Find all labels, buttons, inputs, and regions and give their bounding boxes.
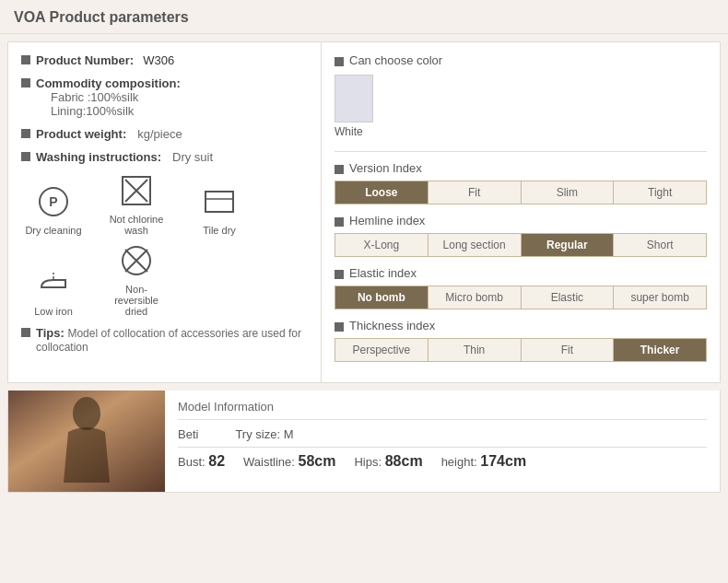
not-chlorine-label: Not chlorine wash	[104, 214, 169, 236]
bullet-icon	[335, 270, 344, 279]
color-name: White	[335, 125, 373, 138]
bullet-icon	[335, 217, 344, 227]
product-number-value: W306	[143, 53, 174, 67]
washing-value: Dry suit	[172, 150, 213, 164]
right-panel: Can choose color White Version Index Loo…	[322, 42, 720, 382]
elastic-btn-group: No bomb Micro bomb Elastic super bomb	[335, 286, 707, 309]
tile-dry-icon-item: Tile dry	[187, 186, 252, 236]
weight-row: Product weight: kg/piece	[21, 127, 308, 141]
bullet-icon	[335, 57, 344, 66]
model-name-row: Beti Try size: M	[178, 427, 707, 448]
commodity-label: Commodity composition:	[36, 76, 181, 90]
hips-label: Hips:	[354, 455, 382, 469]
thickness-btn-group: Perspective Thin Fit Thicker	[335, 338, 707, 362]
elastic-elastic-btn[interactable]: Elastic	[522, 286, 615, 309]
thickness-thin-btn[interactable]: Thin	[429, 339, 522, 361]
thickness-label: Thickness index	[349, 319, 435, 332]
bust-value: 82	[208, 453, 225, 469]
low-iron-label: Low iron	[34, 306, 73, 317]
hemline-btn-group: X-Long Long section Regular Short	[335, 233, 707, 257]
version-fit-btn[interactable]: Fit	[429, 181, 522, 204]
height-stat: height: 174cm	[441, 453, 527, 470]
height-value: 174cm	[480, 453, 526, 469]
color-swatch-container: White	[335, 75, 707, 138]
bullet-icon	[21, 129, 30, 138]
hemline-label: Hemline index	[349, 214, 425, 227]
non-reversible-icon-item: Non-reversibledried	[104, 245, 169, 317]
hemline-long-btn[interactable]: Long section	[429, 234, 522, 256]
thickness-perspective-btn[interactable]: Perspective	[335, 339, 429, 361]
tips-text: Model of collocation of accessories are …	[36, 327, 301, 354]
svg-rect-5	[205, 192, 233, 212]
tile-dry-label: Tile dry	[203, 225, 236, 236]
page-title: VOA Product parameters	[0, 0, 728, 34]
svg-text:P: P	[49, 194, 57, 209]
product-number-row: Product Number: W306	[21, 53, 308, 67]
product-number-label: Product Number:	[36, 53, 134, 67]
model-stats: Bust: 82 Waistline: 58cm Hips: 88cm heig…	[178, 453, 707, 470]
version-header: Version Index	[335, 161, 707, 175]
hemline-xlong-btn[interactable]: X-Long	[335, 234, 429, 256]
version-tight-btn[interactable]: Tight	[614, 181, 706, 204]
dry-cleaning-symbol: P	[38, 186, 69, 221]
model-name: Beti	[178, 427, 198, 441]
model-image	[8, 391, 165, 492]
tips-label: Tips:	[36, 326, 65, 340]
thickness-fit-btn[interactable]: Fit	[522, 339, 615, 361]
version-loose-btn[interactable]: Loose	[335, 181, 429, 204]
lining-value: Lining:100%silk	[51, 104, 181, 118]
hemline-regular-btn[interactable]: Regular	[522, 234, 615, 256]
svg-point-15	[73, 397, 100, 430]
non-reversible-symbol	[121, 245, 152, 280]
hemline-short-btn[interactable]: Short	[614, 234, 706, 256]
waistline-value: 58cm	[299, 453, 336, 469]
weight-label: Product weight:	[36, 127, 126, 141]
model-try-size: Try size: M	[235, 427, 293, 441]
version-label: Version Index	[349, 161, 422, 175]
bullet-icon	[21, 55, 30, 64]
commodity-row: Commodity composition: Fabric :100%silk …	[21, 76, 308, 118]
model-section-title: Model Information	[178, 400, 707, 420]
elastic-nobomb-btn[interactable]: No bomb	[335, 286, 429, 309]
version-slim-btn[interactable]: Slim	[522, 181, 615, 204]
bullet-icon	[335, 165, 344, 174]
low-iron-icon-item: Low iron	[21, 267, 86, 317]
elastic-section: Elastic index No bomb Micro bomb Elastic…	[335, 266, 707, 309]
elastic-micro-btn[interactable]: Micro bomb	[429, 286, 522, 309]
fabric-value: Fabric :100%silk	[51, 90, 181, 104]
bullet-icon	[21, 152, 30, 161]
bullet-icon	[21, 78, 30, 87]
low-iron-symbol	[38, 267, 69, 302]
bust-label: Bust:	[178, 455, 205, 469]
left-panel: Product Number: W306 Commodity compositi…	[8, 42, 322, 382]
thickness-thicker-btn[interactable]: Thicker	[614, 339, 706, 361]
elastic-super-btn[interactable]: super bomb	[614, 286, 706, 309]
elastic-label: Elastic index	[349, 266, 417, 280]
color-header: Can choose color	[335, 53, 707, 67]
hemline-header: Hemline index	[335, 214, 707, 227]
wash-icons-row2: Low iron Non-reversibledried	[21, 245, 308, 317]
dry-cleaning-label: Dry cleaning	[25, 225, 81, 236]
waistline-label: Waistline:	[243, 455, 295, 469]
white-color-swatch[interactable]	[335, 75, 373, 122]
waistline-stat: Waistline: 58cm	[243, 453, 335, 470]
divider1	[335, 151, 707, 152]
bullet-icon	[21, 328, 30, 337]
dry-cleaning-icon-item: P Dry cleaning	[21, 186, 86, 236]
bust-stat: Bust: 82	[178, 453, 225, 470]
bottom-section: Model Information Beti Try size: M Bust:…	[7, 391, 721, 493]
not-chlorine-icon-item: Not chlorine wash	[104, 175, 169, 236]
hips-stat: Hips: 88cm	[354, 453, 422, 470]
thickness-header: Thickness index	[335, 319, 707, 332]
color-label: Can choose color	[349, 53, 442, 67]
washing-row: Washing instructions: Dry suit	[21, 150, 308, 164]
elastic-header: Elastic index	[335, 266, 707, 280]
wash-icons-row1: P Dry cleaning Not chlorine wash	[21, 175, 308, 236]
version-section: Version Index Loose Fit Slim Tight	[335, 161, 707, 204]
weight-value: kg/piece	[137, 127, 182, 141]
height-label: height:	[441, 455, 477, 469]
not-chlorine-symbol	[121, 175, 152, 210]
bullet-icon	[335, 322, 344, 332]
model-info: Model Information Beti Try size: M Bust:…	[165, 391, 720, 492]
thickness-section: Thickness index Perspective Thin Fit Thi…	[335, 319, 707, 362]
